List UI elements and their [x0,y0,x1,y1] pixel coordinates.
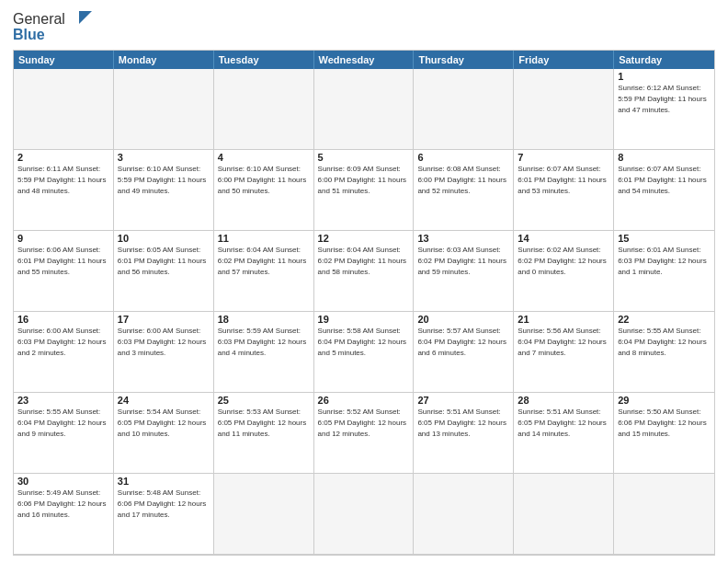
cell-info-text: Sunrise: 6:01 AM Sunset: 6:03 PM Dayligh… [618,246,707,276]
cell-info-text: Sunrise: 5:51 AM Sunset: 6:05 PM Dayligh… [518,408,607,438]
cell-date-number: 29 [618,395,711,406]
cell-info-text: Sunrise: 5:54 AM Sunset: 6:05 PM Dayligh… [118,408,207,438]
calendar-cell: 21Sunrise: 5:56 AM Sunset: 6:04 PM Dayli… [514,312,614,393]
cell-info-text: Sunrise: 6:02 AM Sunset: 6:02 PM Dayligh… [518,246,607,276]
calendar-cell: 3Sunrise: 6:10 AM Sunset: 5:59 PM Daylig… [114,150,214,231]
cell-date-number: 15 [618,233,711,244]
calendar-cell: 25Sunrise: 5:53 AM Sunset: 6:05 PM Dayli… [214,393,314,474]
cell-date-number: 18 [218,314,310,325]
logo: GeneralBlue [13,9,96,44]
svg-text:General: General [13,11,65,27]
cell-date-number: 11 [218,233,310,244]
calendar-cell [414,69,514,150]
cell-date-number: 1 [618,71,711,82]
calendar-cell: 6Sunrise: 6:08 AM Sunset: 6:00 PM Daylig… [414,150,514,231]
cell-date-number: 12 [318,233,410,244]
cell-date-number: 26 [318,395,410,406]
svg-marker-0 [79,11,92,24]
calendar-cell: 4Sunrise: 6:10 AM Sunset: 6:00 PM Daylig… [214,150,314,231]
cell-info-text: Sunrise: 5:52 AM Sunset: 6:05 PM Dayligh… [318,408,407,438]
cell-date-number: 13 [417,233,509,244]
cell-info-text: Sunrise: 6:03 AM Sunset: 6:02 PM Dayligh… [417,246,506,276]
header: GeneralBlue [13,9,715,44]
day-header-friday: Friday [514,51,614,69]
cell-date-number: 17 [118,314,210,325]
cell-info-text: Sunrise: 6:04 AM Sunset: 6:02 PM Dayligh… [318,246,407,276]
cell-date-number: 30 [17,476,109,487]
calendar-cell: 29Sunrise: 5:50 AM Sunset: 6:06 PM Dayli… [614,393,714,474]
cell-date-number: 21 [518,314,609,325]
cell-info-text: Sunrise: 5:57 AM Sunset: 6:04 PM Dayligh… [417,327,506,357]
calendar-cell: 8Sunrise: 6:07 AM Sunset: 6:01 PM Daylig… [614,150,714,231]
calendar-cell [514,474,614,555]
cell-info-text: Sunrise: 5:58 AM Sunset: 6:04 PM Dayligh… [318,327,407,357]
cell-date-number: 4 [218,152,310,163]
cell-date-number: 25 [218,395,310,406]
calendar-cell: 18Sunrise: 5:59 AM Sunset: 6:03 PM Dayli… [214,312,314,393]
calendar-cell: 1Sunrise: 6:12 AM Sunset: 5:59 PM Daylig… [614,69,714,150]
calendar-cell: 19Sunrise: 5:58 AM Sunset: 6:04 PM Dayli… [314,312,415,393]
calendar-cell [414,474,514,555]
cell-date-number: 7 [518,152,609,163]
day-headers: SundayMondayTuesdayWednesdayThursdayFrid… [14,51,714,69]
cell-date-number: 3 [118,152,210,163]
calendar: SundayMondayTuesdayWednesdayThursdayFrid… [13,50,715,556]
calendar-cell [514,69,614,150]
cell-info-text: Sunrise: 6:08 AM Sunset: 6:00 PM Dayligh… [417,165,506,195]
cell-date-number: 10 [118,233,210,244]
cell-info-text: Sunrise: 5:48 AM Sunset: 6:06 PM Dayligh… [118,488,207,519]
calendar-cell [614,474,714,555]
cell-info-text: Sunrise: 6:00 AM Sunset: 6:03 PM Dayligh… [118,327,207,357]
cell-date-number: 28 [518,395,609,406]
calendar-cell [214,69,314,150]
cell-date-number: 24 [118,395,210,406]
cell-info-text: Sunrise: 5:49 AM Sunset: 6:06 PM Dayligh… [17,488,107,519]
cell-date-number: 31 [118,476,210,487]
cell-date-number: 9 [17,233,109,244]
calendar-cell [314,474,415,555]
calendar-cell: 15Sunrise: 6:01 AM Sunset: 6:03 PM Dayli… [614,231,714,312]
cell-info-text: Sunrise: 5:55 AM Sunset: 6:04 PM Dayligh… [17,408,107,438]
cell-date-number: 2 [17,152,109,163]
cell-info-text: Sunrise: 6:10 AM Sunset: 6:00 PM Dayligh… [218,165,307,195]
calendar-cell: 26Sunrise: 5:52 AM Sunset: 6:05 PM Dayli… [314,393,415,474]
calendar-cell: 30Sunrise: 5:49 AM Sunset: 6:06 PM Dayli… [14,474,114,555]
cell-date-number: 23 [17,395,109,406]
calendar-cell [114,69,214,150]
calendar-cell: 23Sunrise: 5:55 AM Sunset: 6:04 PM Dayli… [14,393,114,474]
calendar-cell: 13Sunrise: 6:03 AM Sunset: 6:02 PM Dayli… [414,231,514,312]
day-header-wednesday: Wednesday [314,51,415,69]
calendar-cell: 11Sunrise: 6:04 AM Sunset: 6:02 PM Dayli… [214,231,314,312]
cell-info-text: Sunrise: 6:10 AM Sunset: 5:59 PM Dayligh… [118,165,207,195]
cell-info-text: Sunrise: 5:55 AM Sunset: 6:04 PM Dayligh… [618,327,707,357]
cell-date-number: 19 [318,314,410,325]
cell-date-number: 8 [618,152,711,163]
calendar-cell: 9Sunrise: 6:06 AM Sunset: 6:01 PM Daylig… [14,231,114,312]
cell-info-text: Sunrise: 6:12 AM Sunset: 5:59 PM Dayligh… [618,84,707,114]
calendar-cell: 24Sunrise: 5:54 AM Sunset: 6:05 PM Dayli… [114,393,214,474]
cell-date-number: 6 [417,152,509,163]
calendar-cell [214,474,314,555]
day-header-tuesday: Tuesday [214,51,314,69]
cell-info-text: Sunrise: 6:09 AM Sunset: 6:00 PM Dayligh… [318,165,407,195]
cell-date-number: 14 [518,233,609,244]
calendar-cell [314,69,415,150]
cell-info-text: Sunrise: 5:51 AM Sunset: 6:05 PM Dayligh… [417,408,506,438]
calendar-cell: 20Sunrise: 5:57 AM Sunset: 6:04 PM Dayli… [414,312,514,393]
calendar-cell: 28Sunrise: 5:51 AM Sunset: 6:05 PM Dayli… [514,393,614,474]
cell-info-text: Sunrise: 6:05 AM Sunset: 6:01 PM Dayligh… [118,246,207,276]
cell-date-number: 16 [17,314,109,325]
calendar-cell: 17Sunrise: 6:00 AM Sunset: 6:03 PM Dayli… [114,312,214,393]
calendar-cell: 7Sunrise: 6:07 AM Sunset: 6:01 PM Daylig… [514,150,614,231]
calendar-cell: 12Sunrise: 6:04 AM Sunset: 6:02 PM Dayli… [314,231,415,312]
svg-text:Blue: Blue [13,27,45,42]
calendar-cell: 31Sunrise: 5:48 AM Sunset: 6:06 PM Dayli… [114,474,214,555]
calendar-cell: 10Sunrise: 6:05 AM Sunset: 6:01 PM Dayli… [114,231,214,312]
cell-info-text: Sunrise: 6:07 AM Sunset: 6:01 PM Dayligh… [618,165,707,195]
cell-info-text: Sunrise: 5:53 AM Sunset: 6:05 PM Dayligh… [218,408,307,438]
generalblue-logo-icon: GeneralBlue [13,9,96,44]
cell-info-text: Sunrise: 6:06 AM Sunset: 6:01 PM Dayligh… [17,246,107,276]
cell-info-text: Sunrise: 5:59 AM Sunset: 6:03 PM Dayligh… [218,327,307,357]
cell-date-number: 20 [417,314,509,325]
calendar-cell: 2Sunrise: 6:11 AM Sunset: 5:59 PM Daylig… [14,150,114,231]
